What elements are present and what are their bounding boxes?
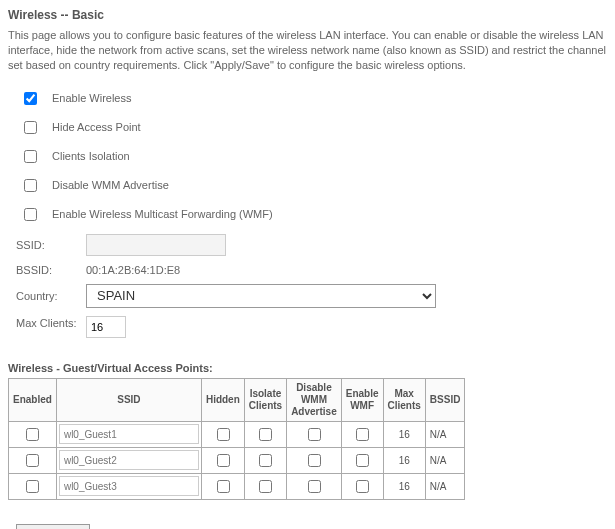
- guest-bssid: N/A: [425, 421, 465, 447]
- table-row: 16N/A: [9, 473, 465, 499]
- clients-isolation-label: Clients Isolation: [52, 150, 130, 162]
- intro-text: This page allows you to configure basic …: [8, 28, 607, 73]
- guest-enabled-checkbox[interactable]: [26, 480, 39, 493]
- guest-enabled-checkbox[interactable]: [26, 454, 39, 467]
- guest-disable-wmm-checkbox[interactable]: [308, 454, 321, 467]
- hide-access-point-checkbox[interactable]: [24, 121, 37, 134]
- disable-wmm-checkbox[interactable]: [24, 179, 37, 192]
- guest-section-title: Wireless - Guest/Virtual Access Points:: [8, 362, 607, 374]
- table-row: 16N/A: [9, 421, 465, 447]
- guest-max-clients: 16: [383, 421, 425, 447]
- max-clients-input[interactable]: [86, 316, 126, 338]
- enable-wmf-checkbox[interactable]: [24, 208, 37, 221]
- guest-hidden-checkbox[interactable]: [217, 480, 230, 493]
- guest-ssid-input[interactable]: [59, 424, 199, 444]
- country-select[interactable]: SPAIN: [86, 284, 436, 308]
- apply-save-button[interactable]: Apply/Save: [16, 524, 90, 529]
- hide-access-point-label: Hide Access Point: [52, 121, 141, 133]
- guest-enabled-checkbox[interactable]: [26, 428, 39, 441]
- table-row: 16N/A: [9, 447, 465, 473]
- guest-enable-wmf-checkbox[interactable]: [356, 480, 369, 493]
- guest-isolate-checkbox[interactable]: [259, 428, 272, 441]
- col-ssid: SSID: [56, 378, 201, 421]
- guest-max-clients: 16: [383, 447, 425, 473]
- guest-bssid: N/A: [425, 473, 465, 499]
- guest-isolate-checkbox[interactable]: [259, 480, 272, 493]
- enable-wmf-label: Enable Wireless Multicast Forwarding (WM…: [52, 208, 273, 220]
- bssid-label: BSSID:: [16, 264, 86, 276]
- guest-isolate-checkbox[interactable]: [259, 454, 272, 467]
- guest-max-clients: 16: [383, 473, 425, 499]
- disable-wmm-label: Disable WMM Advertise: [52, 179, 169, 191]
- guest-enable-wmf-checkbox[interactable]: [356, 454, 369, 467]
- col-hidden: Hidden: [201, 378, 244, 421]
- enable-wireless-label: Enable Wireless: [52, 92, 131, 104]
- col-bssid: BSSID: [425, 378, 465, 421]
- max-clients-label: Max Clients:: [16, 316, 86, 330]
- clients-isolation-checkbox[interactable]: [24, 150, 37, 163]
- guest-bssid: N/A: [425, 447, 465, 473]
- col-max-clients: Max Clients: [383, 378, 425, 421]
- guest-ssid-input[interactable]: [59, 450, 199, 470]
- guest-hidden-checkbox[interactable]: [217, 428, 230, 441]
- col-disable-wmm: Disable WMM Advertise: [287, 378, 342, 421]
- col-isolate: Isolate Clients: [244, 378, 286, 421]
- country-label: Country:: [16, 290, 86, 302]
- bssid-value: 00:1A:2B:64:1D:E8: [86, 264, 180, 276]
- guest-disable-wmm-checkbox[interactable]: [308, 428, 321, 441]
- guest-ssid-input[interactable]: [59, 476, 199, 496]
- guest-enable-wmf-checkbox[interactable]: [356, 428, 369, 441]
- guest-disable-wmm-checkbox[interactable]: [308, 480, 321, 493]
- col-enabled: Enabled: [9, 378, 57, 421]
- col-enable-wmf: Enable WMF: [341, 378, 383, 421]
- ssid-label: SSID:: [16, 239, 86, 251]
- enable-wireless-checkbox[interactable]: [24, 92, 37, 105]
- page-title: Wireless -- Basic: [8, 8, 607, 22]
- ssid-input[interactable]: [86, 234, 226, 256]
- guest-table: Enabled SSID Hidden Isolate Clients Disa…: [8, 378, 465, 500]
- guest-hidden-checkbox[interactable]: [217, 454, 230, 467]
